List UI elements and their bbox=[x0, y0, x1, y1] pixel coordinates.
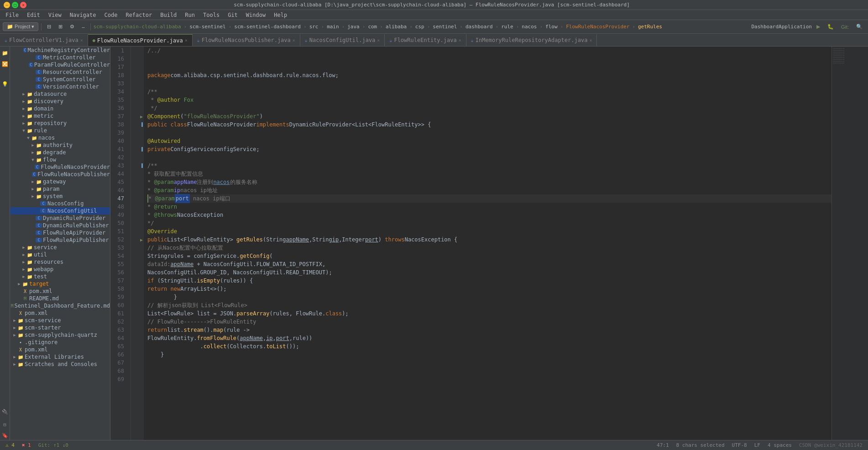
code-line[interactable]: } bbox=[147, 293, 831, 301]
error-count[interactable]: ✖ 1 bbox=[20, 442, 33, 448]
code-line[interactable]: if (StringUtil.isEmpty(rules)) { bbox=[147, 277, 831, 285]
code-line[interactable]: */ bbox=[147, 104, 831, 112]
code-line[interactable]: NacosConfigUtil.GROUP_ID, NacosConfigUti… bbox=[147, 268, 831, 277]
window-controls[interactable]: – □ × bbox=[4, 2, 26, 8]
tab-InMemoryRuleRepositoryAdapter[interactable]: ☕ InMemoryRuleRepositoryAdapter.java × bbox=[466, 34, 597, 46]
breadcrumb-method[interactable]: getRules bbox=[638, 24, 662, 30]
tab-close-btn[interactable]: × bbox=[80, 38, 83, 43]
code-line[interactable]: @Autowired bbox=[147, 137, 831, 145]
code-line[interactable]: @Component("flowRuleNacosProvider") bbox=[147, 112, 831, 120]
tree-item[interactable]: ▶📁target bbox=[10, 280, 110, 288]
tree-item[interactable]: CMachineRegistryController bbox=[10, 47, 110, 54]
code-line[interactable]: return list.stream().map(rule -> bbox=[147, 326, 831, 334]
commit-icon[interactable]: 🔀 bbox=[0, 59, 10, 68]
tree-item[interactable]: ▶📁repository bbox=[10, 120, 110, 127]
structure-side-icon[interactable]: ⊟ bbox=[0, 420, 10, 429]
tree-item[interactable]: ▶📁test bbox=[10, 273, 110, 280]
tab-FlowRuleNacosPublisher[interactable]: ☕ FlowRuleNacosPublisher.java × bbox=[193, 34, 300, 46]
code-line[interactable]: // FlowRule------->FlowRuleEntity bbox=[147, 318, 831, 326]
tree-item[interactable]: ▶📁system bbox=[10, 193, 110, 200]
code-line[interactable]: * @param ip nacos ip地址 bbox=[147, 186, 831, 194]
breadcrumb-main[interactable]: main bbox=[327, 24, 339, 30]
tree-item[interactable]: Xpom.xml bbox=[10, 288, 110, 295]
tree-item[interactable]: CFlowRuleNacosPublisher bbox=[10, 171, 110, 178]
code-line[interactable]: * 获取配置中配置信息 bbox=[147, 170, 831, 178]
code-line[interactable] bbox=[147, 153, 831, 162]
tree-item[interactable]: ▶📁domain bbox=[10, 105, 110, 112]
editor-area[interactable]: 1161718333435363738394041424344454647484… bbox=[110, 47, 868, 440]
minimize-button[interactable]: – bbox=[4, 2, 10, 8]
code-line[interactable]: String rules = configService.getConfig( bbox=[147, 252, 831, 260]
tree-item[interactable]: ▶📁datasource bbox=[10, 90, 110, 98]
learn-icon[interactable]: 💡 bbox=[0, 79, 10, 89]
tab-close-btn[interactable]: × bbox=[185, 38, 188, 43]
code-line[interactable] bbox=[147, 367, 831, 375]
tree-item[interactable]: ▶📁External Libraries bbox=[10, 353, 110, 361]
menu-tools[interactable]: Tools bbox=[199, 11, 223, 19]
tree-item[interactable]: CFlowRuleApiProvider bbox=[10, 229, 110, 236]
code-line[interactable]: * @param appName 注册到nacos的服务名称 bbox=[147, 178, 831, 186]
tree-item[interactable]: ▶📁util bbox=[10, 251, 110, 258]
code-line[interactable]: * @return bbox=[147, 203, 831, 211]
code-line[interactable]: dataId: appName + NacosConfigUtil.FLOW_D… bbox=[147, 260, 831, 268]
tree-item[interactable]: ▼📁rule bbox=[10, 127, 110, 134]
tree-item[interactable]: ▶📁resources bbox=[10, 258, 110, 266]
plugins-icon[interactable]: 🔌 bbox=[0, 407, 10, 416]
bookmarks-icon[interactable]: 🔖 bbox=[0, 431, 10, 440]
tree-item[interactable]: CResourceController bbox=[10, 68, 110, 76]
settings-btn[interactable]: ⚙ bbox=[67, 23, 77, 31]
collapse-btn[interactable]: ⊞ bbox=[56, 23, 65, 31]
code-line[interactable]: /** bbox=[147, 162, 831, 170]
warning-count[interactable]: ⚠ 4 bbox=[4, 442, 16, 448]
menu-view[interactable]: View bbox=[45, 11, 65, 19]
tree-item[interactable]: CFlowRuleApiPublisher bbox=[10, 236, 110, 244]
code-line[interactable]: } bbox=[147, 351, 831, 359]
code-line[interactable]: FlowRuleEntity.fromFlowRule(appName,ip,p… bbox=[147, 334, 831, 342]
breadcrumb-rule[interactable]: rule bbox=[501, 24, 513, 30]
code-line[interactable]: return new ArrayList<>(); bbox=[147, 285, 831, 293]
tree-item[interactable]: ▶📁scm-supplychain-quartz bbox=[10, 331, 110, 339]
tree-item[interactable]: ▶📁param bbox=[10, 185, 110, 193]
code-line[interactable] bbox=[147, 55, 831, 63]
code-line[interactable]: package com.alibaba.csp.sentinel.dashboa… bbox=[147, 71, 831, 79]
tab-FlowControllerV1[interactable]: ☕ FlowControllerV1.java × bbox=[0, 34, 88, 46]
code-line[interactable]: * @param port nacos ip端口 bbox=[147, 194, 831, 203]
code-line[interactable]: public List<FlowRuleEntity> getRules(Str… bbox=[147, 235, 831, 244]
code-line[interactable] bbox=[147, 359, 831, 367]
code-editor[interactable]: 1161718333435363738394041424344454647484… bbox=[110, 47, 868, 440]
tree-item[interactable]: ▶📁discovery bbox=[10, 98, 110, 105]
debug-button[interactable]: 🐛 bbox=[825, 23, 837, 31]
close-button[interactable]: × bbox=[20, 2, 26, 8]
tree-item[interactable]: CMetricController bbox=[10, 54, 110, 61]
tab-FlowRuleNacosProvider[interactable]: ● FlowRuleNacosProvider.java × bbox=[88, 34, 193, 46]
menu-help[interactable]: Help bbox=[270, 11, 291, 19]
tree-item[interactable]: ▼📁nacos bbox=[10, 134, 110, 141]
menu-run[interactable]: Run bbox=[181, 11, 199, 19]
breadcrumb-nacos[interactable]: nacos bbox=[522, 24, 537, 30]
tab-NacosConfigUtil[interactable]: ☕ NacosConfigUtil.java × bbox=[300, 34, 385, 46]
code-line[interactable]: public class FlowRuleNacosProvider imple… bbox=[147, 120, 831, 129]
tree-item[interactable]: ▶📁Scratches and Consoles bbox=[10, 361, 110, 368]
run-button[interactable]: ▶ bbox=[814, 23, 823, 31]
encoding-info[interactable]: UTF-8 bbox=[730, 442, 749, 448]
indent-info[interactable]: 4 spaces bbox=[766, 442, 794, 448]
tree-item[interactable]: CVersionController bbox=[10, 83, 110, 90]
tree-item[interactable]: CDynamicRuleProvider bbox=[10, 215, 110, 222]
tree-item[interactable]: CDynamicRulePublisher bbox=[10, 222, 110, 229]
breadcrumb-csp[interactable]: csp bbox=[415, 24, 424, 30]
tree-item[interactable]: ▶📁authority bbox=[10, 141, 110, 149]
tab-FlowRuleEntity[interactable]: ☕ FlowRuleEntity.java × bbox=[385, 34, 466, 46]
tab-close-btn[interactable]: × bbox=[459, 38, 461, 43]
structure-btn[interactable]: ⊟ bbox=[44, 23, 54, 31]
breadcrumb-alibaba[interactable]: alibaba bbox=[386, 24, 407, 30]
tab-close-btn[interactable]: × bbox=[377, 38, 380, 43]
menu-navigate[interactable]: Navigate bbox=[66, 11, 100, 19]
tree-item[interactable]: ▶📁service bbox=[10, 244, 110, 251]
tree-item[interactable]: CSystemController bbox=[10, 76, 110, 83]
breadcrumb-project[interactable]: scm-supplychain-cloud-alibaba bbox=[94, 24, 181, 30]
tree-item[interactable]: ▶📁scm-service bbox=[10, 317, 110, 324]
line-ending[interactable]: LF bbox=[753, 442, 762, 448]
run-config-label[interactable]: DashboardApplication bbox=[751, 24, 811, 30]
tree-item[interactable]: CNacosConfigUtil bbox=[10, 207, 110, 215]
breadcrumb-com[interactable]: com bbox=[368, 24, 377, 30]
